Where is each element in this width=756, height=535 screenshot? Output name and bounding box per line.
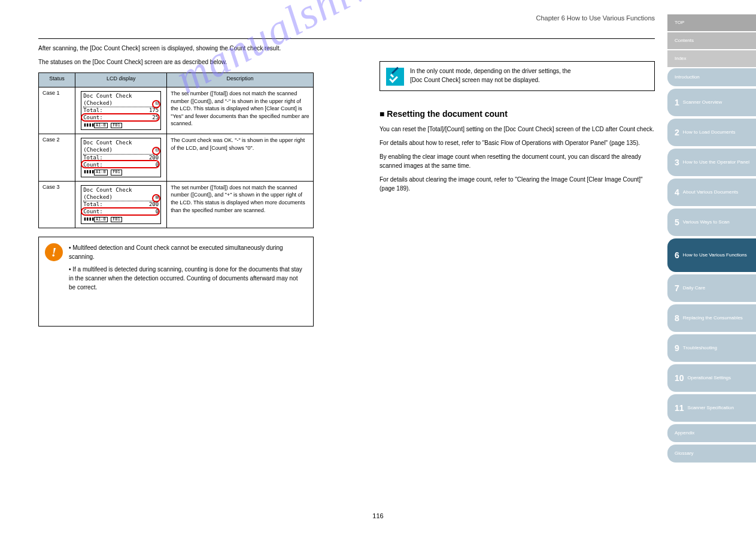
left-column: After scanning, the [Doc Count Check] sc… [38, 44, 314, 327]
tab-chapter-6[interactable]: 6How to Use Various Functions [667, 238, 756, 272]
feed-icon: ▮▮▮▮ [83, 168, 94, 176]
note-line: In the only count mode, depending on the… [410, 67, 647, 75]
right-column: In the only count mode, depending on the… [379, 61, 655, 198]
attention-box: ! • Multifeed detection and Count check … [38, 237, 314, 327]
attention-bullet: • If a multifeed is detected during scan… [69, 265, 306, 292]
paragraph: By enabling the clear image count when r… [379, 152, 655, 170]
intro-1: After scanning, the [Doc Count Check] sc… [38, 44, 314, 53]
tab-contents[interactable]: Contents [667, 32, 756, 49]
status-cell: Case 3 [39, 181, 75, 228]
page-number: 116 [372, 512, 383, 519]
feed-icon: ▮▮▮▮ [83, 122, 94, 129]
tab-top[interactable]: TOP [667, 14, 756, 31]
tab-index[interactable]: Index [667, 50, 756, 67]
status-cell: Case 2 [39, 134, 75, 181]
note-line: [Doc Count Check] screen may not be disp… [410, 75, 647, 84]
tab-introduction[interactable]: Introduction [667, 68, 756, 86]
lcd-cell: Doc Count Check(Checked)⊟ Total:175 Coun… [75, 87, 167, 134]
attention-icon: ! [45, 243, 63, 261]
tab-chapter-2[interactable]: 2How to Load Documents [667, 119, 756, 146]
desc-cell: The set number ([Total]) does not match … [167, 181, 314, 228]
tab-chapter-8[interactable]: 8Replacing the Consumables [667, 304, 756, 332]
lcd-cell: Doc Count Check(Checked)⊞ Total:200 Coun… [75, 181, 167, 228]
highlight-ring-icon [81, 207, 160, 216]
tab-glossary[interactable]: Glossary [667, 445, 756, 463]
lcd-panel: Doc Count Check(Checked)⊟ Total:175 Coun… [81, 91, 161, 130]
table-row: Case 3 Doc Count Check(Checked)⊞ Total:2… [39, 181, 314, 228]
attention-bullet: • Multifeed detection and Count check ca… [69, 243, 306, 261]
checkmark-icon [386, 68, 404, 86]
subsection-heading: ■ Resetting the document count [379, 109, 655, 119]
side-navigation: TOP Contents Index Introduction 1Scanner… [667, 14, 756, 465]
tab-chapter-1[interactable]: 1Scanner Overview [667, 89, 756, 116]
chapter-header: Chapter 6 How to Use Various Functions [536, 14, 655, 22]
paragraph: For details about how to reset, refer to… [379, 138, 655, 147]
feed-icon: ▮▮▮▮ [83, 216, 94, 223]
highlight-ring-icon [152, 147, 160, 155]
tab-chapter-7[interactable]: 7Daily Care [667, 274, 756, 302]
tab-chapter-5[interactable]: 5Various Ways to Scan [667, 208, 756, 236]
tab-chapter-3[interactable]: 3How to Use the Operator Panel [667, 149, 756, 176]
lcd-panel: Doc Count Check(Checked)⊟ Total:200 Coun… [81, 138, 161, 177]
page-body: Chapter 6 How to Use Various Functions A… [38, 14, 655, 327]
tab-appendix[interactable]: Appendix [667, 424, 756, 442]
col-status: Status [39, 73, 75, 87]
highlight-ring-icon [81, 160, 160, 168]
table-row: Case 1 Doc Count Check(Checked)⊟ Total:1… [39, 87, 314, 134]
lcd-cell: Doc Count Check(Checked)⊟ Total:200 Coun… [75, 134, 167, 181]
col-desc: Description [167, 73, 314, 87]
intro-2: The statuses on the [Doc Count Check] sc… [38, 58, 314, 67]
desc-cell: The Count check was OK. "-" is shown in … [167, 134, 314, 181]
tab-chapter-10[interactable]: 10Operational Settings [667, 364, 756, 392]
status-table: Status LCD display Description Case 1 Do… [38, 72, 314, 228]
note-box: In the only count mode, depending on the… [379, 61, 655, 91]
col-display: LCD display [75, 73, 167, 87]
paragraph: For details about clearing the image cou… [379, 175, 655, 193]
status-cell: Case 1 [39, 87, 75, 134]
table-row: Case 2 Doc Count Check(Checked)⊟ Total:2… [39, 134, 314, 181]
paragraph: You can reset the [Total]/[Count] settin… [379, 125, 655, 134]
header-rule [38, 38, 655, 39]
tab-chapter-4[interactable]: 4About Various Documents [667, 179, 756, 206]
highlight-ring-icon [81, 113, 160, 122]
tab-chapter-9[interactable]: 9Troubleshooting [667, 334, 756, 362]
highlight-ring-icon [152, 194, 160, 202]
lcd-panel: Doc Count Check(Checked)⊞ Total:200 Coun… [81, 185, 161, 224]
tab-chapter-11[interactable]: 11Scanner Specification [667, 394, 756, 422]
highlight-ring-icon [152, 100, 160, 108]
desc-cell: The set number ([Total]) does not match … [167, 87, 314, 134]
